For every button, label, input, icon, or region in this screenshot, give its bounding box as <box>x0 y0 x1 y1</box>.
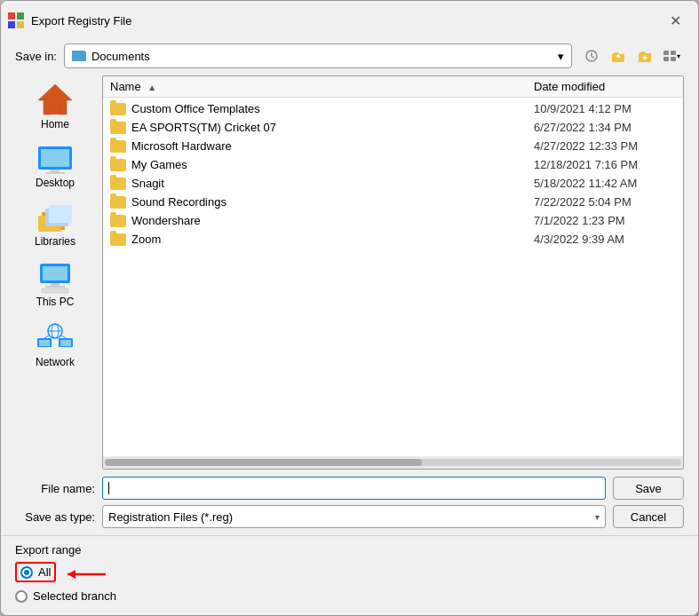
close-button[interactable]: ✕ <box>663 8 687 33</box>
dialog-title: Export Registry File <box>31 14 131 28</box>
registry-icon <box>8 12 24 28</box>
sidebar-item-thispc-label: This PC <box>36 296 75 308</box>
sidebar-item-libraries[interactable]: Libraries <box>20 200 91 251</box>
title-bar-left: Export Registry File <box>8 12 131 28</box>
svg-rect-22 <box>43 266 68 280</box>
dialog-body: Save in: Documents ▾ <box>1 36 698 535</box>
up-folder-icon <box>611 49 625 63</box>
save-in-combo-left: Documents <box>72 50 150 63</box>
file-row-date: 7/22/2022 5:04 PM <box>534 195 676 209</box>
save-type-arrow: ▾ <box>595 512 600 522</box>
sidebar-item-libraries-label: Libraries <box>35 235 75 248</box>
file-list: Custom Office Templates 10/9/2021 4:12 P… <box>103 98 683 456</box>
svg-rect-3 <box>17 21 24 28</box>
export-all-option[interactable]: All <box>15 562 56 582</box>
svg-rect-8 <box>671 51 676 55</box>
file-list-container: Name ▲ Date modified Custom Office Templ… <box>102 75 684 470</box>
file-name-text: Wondershare <box>131 214 201 227</box>
toolbar-icons: ▾ <box>579 43 684 68</box>
save-in-combo[interactable]: Documents ▾ <box>64 43 572 68</box>
svg-rect-27 <box>39 340 50 346</box>
view-options-button[interactable]: ▾ <box>659 43 684 68</box>
export-range-section: Export range All Selected branch <box>1 535 698 615</box>
svg-rect-10 <box>671 57 676 61</box>
file-name-text: EA SPORTS(TM) Cricket 07 <box>131 121 276 134</box>
folder-icon <box>110 140 126 153</box>
libraries-icon <box>36 203 74 233</box>
svg-rect-23 <box>51 283 60 286</box>
svg-rect-15 <box>51 170 60 172</box>
file-name-text: Custom Office Templates <box>131 102 260 115</box>
sidebar-item-network-label: Network <box>36 356 75 368</box>
export-range-title: Export range <box>15 543 684 557</box>
file-list-header: Name ▲ Date modified <box>103 76 683 98</box>
file-list-row[interactable]: Sound Recordings 7/22/2022 5:04 PM <box>103 193 683 211</box>
file-list-row[interactable]: Zoom 4/3/2022 9:39 AM <box>103 230 683 249</box>
save-type-label: Save as type: <box>15 510 95 524</box>
svg-rect-29 <box>60 340 71 346</box>
svg-rect-7 <box>663 51 669 55</box>
desktop-icon <box>36 145 74 175</box>
new-folder-icon <box>638 49 652 63</box>
sidebar-item-thispc[interactable]: This PC <box>20 258 91 312</box>
svg-line-33 <box>44 335 50 338</box>
new-folder-button[interactable] <box>632 43 657 68</box>
file-name-text: Sound Recordings <box>131 195 226 209</box>
cancel-button[interactable]: Cancel <box>613 505 684 528</box>
view-dropdown-arrow: ▾ <box>677 52 680 60</box>
file-name-text: Microsoft Hardware <box>131 139 232 153</box>
file-name-row: File name: Save <box>15 477 684 500</box>
svg-rect-20 <box>49 205 72 223</box>
home-icon <box>36 83 74 116</box>
file-row-date: 10/9/2021 4:12 PM <box>534 102 676 115</box>
file-row-date: 12/18/2021 7:16 PM <box>534 158 676 171</box>
svg-marker-36 <box>68 570 75 579</box>
file-list-row[interactable]: EA SPORTS(TM) Cricket 07 6/27/2022 1:34 … <box>103 118 683 137</box>
file-list-row[interactable]: My Games 12/18/2021 7:16 PM <box>103 155 683 174</box>
folder-icon <box>110 159 126 171</box>
folder-icon <box>110 215 126 227</box>
save-type-combo[interactable]: Registration Files (*.reg) ▾ <box>102 505 606 528</box>
up-folder-button[interactable] <box>606 43 631 68</box>
file-row-name: Custom Office Templates <box>110 102 534 115</box>
bottom-fields: File name: Save Save as type: Registrati… <box>15 477 684 535</box>
sidebar-item-network[interactable]: Network <box>20 319 91 372</box>
horizontal-scrollbar[interactable] <box>103 456 683 469</box>
svg-rect-24 <box>45 286 65 288</box>
sidebar-item-home[interactable]: Home <box>20 79 91 134</box>
save-button[interactable]: Save <box>613 477 684 500</box>
col-date-header: Date modified <box>534 80 676 93</box>
radio-inner-dot <box>24 570 29 575</box>
file-row-date: 4/3/2022 9:39 AM <box>534 233 676 246</box>
save-type-row: Save as type: Registration Files (*.reg)… <box>15 505 684 528</box>
export-branch-option[interactable]: Selected branch <box>15 589 684 603</box>
file-name-input[interactable] <box>102 477 606 500</box>
file-list-row[interactable]: Snagit 5/18/2022 11:42 AM <box>103 174 683 193</box>
main-area: Home Desktop <box>15 75 684 470</box>
save-in-row: Save in: Documents ▾ <box>15 43 684 68</box>
svg-rect-0 <box>8 12 15 20</box>
file-list-row[interactable]: Custom Office Templates 10/9/2021 4:12 P… <box>103 99 683 118</box>
file-name-text: Zoom <box>131 233 161 246</box>
export-registry-dialog: Export Registry File ✕ Save in: Document… <box>0 0 699 616</box>
sidebar-item-desktop[interactable]: Desktop <box>20 141 91 193</box>
recent-icon <box>584 49 599 63</box>
svg-rect-14 <box>41 149 69 167</box>
recent-locations-button[interactable] <box>579 43 604 68</box>
folder-icon <box>110 122 126 134</box>
sidebar-item-home-label: Home <box>41 118 69 130</box>
file-list-row[interactable]: Microsoft Hardware 4/27/2022 12:33 PM <box>103 137 683 155</box>
svg-rect-9 <box>663 57 669 61</box>
file-row-name: Wondershare <box>110 214 534 227</box>
documents-folder-icon <box>72 51 86 61</box>
all-radio-button[interactable] <box>20 566 33 579</box>
branch-radio-button[interactable] <box>15 590 28 603</box>
annotation-arrow <box>63 565 107 583</box>
file-row-date: 4/27/2022 12:33 PM <box>534 139 676 153</box>
svg-rect-12 <box>51 106 60 115</box>
title-bar: Export Registry File ✕ <box>1 1 698 36</box>
file-row-date: 7/1/2022 1:23 PM <box>534 214 676 227</box>
svg-rect-2 <box>8 21 15 28</box>
file-list-row[interactable]: Wondershare 7/1/2022 1:23 PM <box>103 211 683 230</box>
file-row-date: 6/27/2022 1:34 PM <box>534 121 676 134</box>
